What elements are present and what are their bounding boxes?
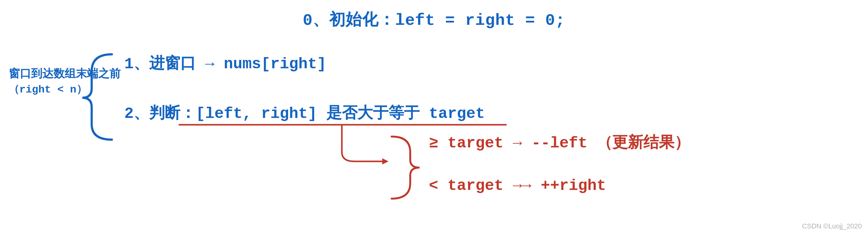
watermark-text: CSDN ©Luojj_2020 (802, 222, 862, 230)
red-item-2-label: < target →→ ++right (429, 177, 606, 195)
red-item2-text: < target →→ ++right (429, 177, 606, 195)
left-label-line1: 窗口到达数组末端之前 (9, 65, 121, 82)
watermark: CSDN ©Luojj_2020 (802, 222, 862, 230)
line-0: 0、初始化：left = right = 0; (0, 9, 868, 30)
line0-text: 0、初始化：left = right = 0; (303, 11, 565, 30)
svg-marker-1 (382, 158, 389, 165)
left-label: 窗口到达数组末端之前 （right < n） (9, 65, 121, 98)
left-label-line2: （right < n） (9, 82, 121, 98)
red-item1-text: ≥ target → --left （更新结果） (429, 134, 690, 152)
item-2-label: 2、判断：[left, right] 是否大于等于 target (124, 102, 485, 123)
item-1-label: 1、进窗口 → nums[right] (124, 53, 326, 73)
red-item-1-label: ≥ target → --left （更新结果） (429, 132, 690, 153)
item2-text: 2、判断：[left, right] 是否大于等于 target (124, 105, 485, 123)
item1-text: 1、进窗口 → nums[right] (124, 55, 326, 73)
page-container: 0、初始化：left = right = 0; 窗口到达数组末端之前 （righ… (0, 0, 868, 234)
